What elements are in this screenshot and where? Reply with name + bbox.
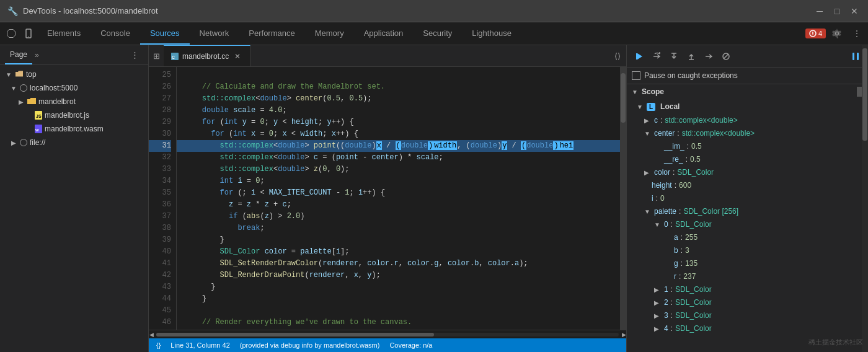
step-btn[interactable]: [701, 49, 716, 64]
svg-text:JS: JS: [36, 114, 42, 118]
mobile-icon[interactable]: [20, 25, 37, 42]
tab-bar-right: 4 ⋮: [805, 25, 866, 42]
more-options-icon[interactable]: ⋮: [848, 25, 866, 42]
scope-item-height[interactable]: height : 600: [627, 179, 868, 192]
tab-application[interactable]: Application: [354, 22, 414, 45]
scope-item-palette-3[interactable]: ▶ 3 : SDL_Color: [627, 309, 868, 322]
close-button[interactable]: ✕: [848, 5, 861, 17]
resume-btn[interactable]: [632, 49, 647, 64]
tab-lighthouse[interactable]: Lighthouse: [462, 22, 521, 45]
deactivate-breakpoints-btn[interactable]: [719, 49, 733, 64]
svg-marker-9: [637, 53, 642, 59]
code-line-37: if (abs(z) > 2.0): [177, 211, 620, 222]
settings-icon[interactable]: [828, 25, 846, 42]
scope-item-r[interactable]: r : 237: [627, 270, 868, 283]
scope-item-re[interactable]: __re_ : 0.5: [627, 153, 868, 166]
inspect-icon[interactable]: [2, 25, 20, 42]
code-tab-close[interactable]: ✕: [232, 51, 242, 61]
scope-item-im[interactable]: __im_ : 0.5: [627, 140, 868, 153]
scope-item-palette-2[interactable]: ▶ 2 : SDL_Color: [627, 296, 868, 309]
tree-item-file[interactable]: ▶ file://: [0, 136, 148, 149]
scroll-right-icon[interactable]: ▶: [621, 332, 626, 337]
globe-icon-file: [20, 139, 27, 146]
format-nav-icon[interactable]: ⟨⟩: [609, 47, 626, 64]
tab-console[interactable]: Console: [91, 22, 140, 45]
palette-1-expand-icon: ▶: [654, 284, 662, 296]
tree-item-mandelbrot-folder[interactable]: ▶ mandelbrot: [0, 95, 148, 108]
pause-exception-checkbox[interactable]: [632, 71, 640, 80]
pause-on-exceptions-btn[interactable]: [848, 49, 863, 64]
code-tab-nav: ⟨⟩: [609, 47, 626, 64]
left-panel: Page » ⋮ ▼ top ▼ localhost:5000 ▶: [0, 45, 149, 352]
page-tab[interactable]: Page: [5, 45, 32, 64]
local-scope-header[interactable]: ▼ L Local: [627, 99, 868, 114]
tab-memory[interactable]: Memory: [305, 22, 354, 45]
sync-icon[interactable]: ⋮: [126, 46, 143, 64]
code-line-46: // Render everything we've drawn to the …: [177, 317, 620, 328]
code-panel: ⊞ C mandelbrot.cc ✕ ⟨⟩ 2526272829 303132…: [149, 45, 626, 352]
code-line-44: }: [177, 293, 620, 305]
code-editor: 2526272829 3031323334 3536373839 4041424…: [149, 67, 626, 330]
tab-elements[interactable]: Elements: [37, 22, 91, 45]
tab-performance[interactable]: Performance: [239, 22, 304, 45]
folder-open-icon: [15, 70, 24, 79]
tree-item-localhost[interactable]: ▼ localhost:5000: [0, 81, 148, 95]
status-bar: {} Line 31, Column 42 (provided via debu…: [149, 338, 626, 352]
pause-exception-row: Pause on caught exceptions: [627, 68, 868, 84]
code-line-34: int i = 0;: [177, 175, 620, 187]
tree-item-mandelbrot-js[interactable]: JS mandelbrot.js: [0, 108, 148, 122]
step-over-btn[interactable]: [649, 49, 664, 64]
status-position: Line 31, Column 42: [170, 341, 229, 349]
step-out-btn[interactable]: [684, 49, 699, 64]
tree-label-mandelbrot: mandelbrot: [38, 97, 76, 106]
tab-network[interactable]: Network: [190, 22, 239, 45]
vertical-scrollbar[interactable]: [620, 67, 626, 330]
scope-item-i[interactable]: i : 0: [627, 192, 868, 205]
local-badge: L: [647, 103, 655, 111]
scope-item-b[interactable]: b : 3: [627, 244, 868, 257]
minimize-button[interactable]: ─: [813, 5, 826, 17]
svg-line-12: [724, 54, 728, 59]
scope-item-g[interactable]: g : 135: [627, 257, 868, 270]
center-expand-icon: ▼: [644, 128, 652, 139]
status-coverage: Coverage: n/a: [389, 341, 432, 349]
horizontal-thumb[interactable]: [156, 333, 434, 337]
braces-icon: {}: [156, 341, 161, 349]
scope-item-palette-1[interactable]: ▶ 1 : SDL_Color: [627, 283, 868, 296]
code-content[interactable]: // Calculate and draw the Mandelbrot set…: [177, 67, 620, 330]
main-layout: Page » ⋮ ▼ top ▼ localhost:5000 ▶: [0, 45, 868, 352]
wasm-file-icon: W: [35, 125, 42, 133]
scope-item-palette-0[interactable]: ▼ 0 : SDL_Color: [627, 218, 868, 231]
error-badge[interactable]: 4: [805, 29, 826, 38]
tree-item-top[interactable]: ▼ top: [0, 68, 148, 81]
scope-item-a[interactable]: a : 255: [627, 231, 868, 244]
title-bar-text: DevTools - localhost:5000/mandelbrot: [23, 6, 808, 15]
horizontal-track[interactable]: [156, 333, 619, 337]
code-line-39: }: [177, 234, 620, 246]
step-into-btn[interactable]: [666, 49, 681, 64]
tree-label-file: file://: [30, 138, 45, 147]
scope-section-header[interactable]: ▼ Scope: [627, 84, 868, 99]
scope-item-color[interactable]: ▶ color : SDL_Color: [627, 166, 868, 179]
tree-item-mandelbrot-wasm[interactable]: W mandelbrot.wasm: [0, 122, 148, 136]
scroll-left-icon[interactable]: ◀: [149, 332, 154, 337]
globe-icon: [20, 84, 27, 92]
scope-item-center[interactable]: ▼ center : std::complex<double>: [627, 127, 868, 140]
scope-item-palette-4[interactable]: ▶ 4 : SDL_Color: [627, 322, 868, 335]
tab-security[interactable]: Security: [413, 22, 462, 45]
code-line-25: [177, 69, 620, 81]
scope-item-c[interactable]: ▶ c : std::complex<double>: [627, 114, 868, 127]
color-expand-icon: ▶: [644, 167, 652, 178]
svg-text:W: W: [35, 128, 39, 132]
code-nav-icon[interactable]: ⊞: [149, 47, 164, 64]
folder-icon-mandelbrot: [27, 98, 36, 105]
tree-arrow-file: ▶: [10, 139, 17, 146]
maximize-button[interactable]: □: [831, 5, 843, 17]
scope-item-palette[interactable]: ▼ palette : SDL_Color [256]: [627, 205, 868, 218]
panel-more-icon[interactable]: »: [35, 51, 39, 59]
tree-label-js: mandelbrot.js: [45, 111, 89, 120]
code-tab-mandelbrot[interactable]: C mandelbrot.cc ✕: [164, 45, 250, 66]
tab-sources[interactable]: Sources: [140, 22, 190, 45]
right-scrollbar[interactable]: [862, 45, 868, 352]
code-line-33: std::complex<double> z(0, 0);: [177, 164, 620, 175]
